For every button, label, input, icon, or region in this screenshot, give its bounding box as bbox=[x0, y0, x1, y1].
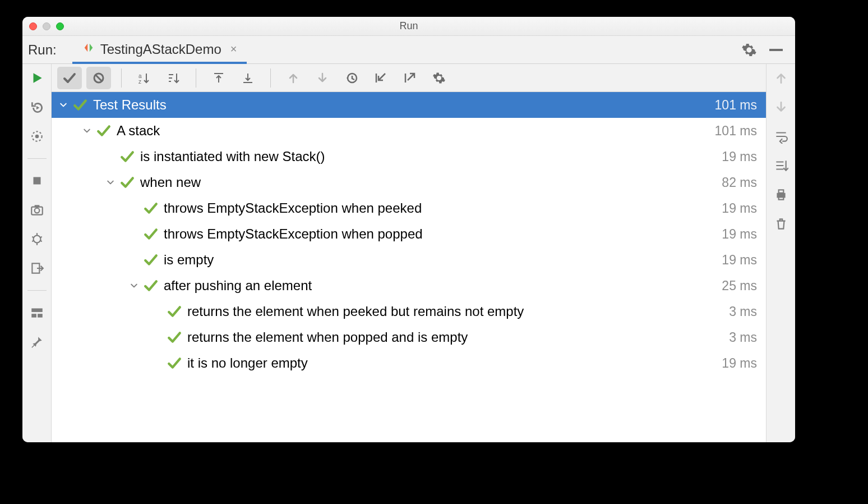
test-history-button[interactable] bbox=[339, 67, 364, 89]
rerun-failed-button[interactable] bbox=[29, 99, 45, 116]
collapse-all-button[interactable] bbox=[206, 67, 231, 89]
scroll-to-end-button[interactable] bbox=[773, 157, 789, 174]
tree-row[interactable]: returns the element when peeked but rema… bbox=[52, 299, 766, 324]
chevron-down-icon[interactable] bbox=[129, 281, 139, 291]
test-results-tree: Test Results 101 ms A stack 101 ms is in bbox=[52, 92, 766, 442]
tree-time: 3 ms bbox=[729, 330, 757, 345]
runconfig-icon bbox=[82, 42, 95, 57]
tree-label: is empty bbox=[164, 252, 722, 268]
chevron-down-icon[interactable] bbox=[82, 126, 92, 136]
tree-label: when new bbox=[140, 175, 722, 190]
tree-time: 19 ms bbox=[722, 227, 757, 242]
test-settings-button[interactable] bbox=[427, 67, 451, 89]
passed-icon bbox=[167, 304, 182, 319]
toolwindow-title: Run: bbox=[28, 42, 72, 58]
clear-all-button[interactable] bbox=[773, 216, 789, 232]
window-title: Run bbox=[22, 20, 795, 32]
right-action-gutter bbox=[766, 64, 795, 442]
next-failed-button[interactable] bbox=[310, 67, 335, 89]
stop-button[interactable] bbox=[29, 172, 45, 189]
export-results-button[interactable] bbox=[398, 67, 422, 89]
layout-button[interactable] bbox=[29, 304, 45, 321]
tree-time: 19 ms bbox=[722, 201, 757, 216]
sort-duration-button[interactable] bbox=[161, 67, 186, 89]
passed-icon bbox=[144, 201, 158, 216]
exit-button[interactable] bbox=[29, 260, 45, 277]
tree-label: it is no longer empty bbox=[187, 355, 722, 371]
tree-time: 19 ms bbox=[722, 356, 757, 371]
tree-label: after pushing an element bbox=[164, 278, 722, 294]
run-config-tab[interactable]: TestingAStackDemo × bbox=[72, 36, 247, 64]
chevron-down-icon[interactable] bbox=[105, 177, 116, 187]
chevron-down-icon[interactable] bbox=[58, 100, 68, 110]
left-action-gutter bbox=[22, 64, 52, 442]
passed-icon bbox=[144, 227, 158, 241]
tab-label: TestingAStackDemo bbox=[100, 42, 221, 57]
debug-button[interactable] bbox=[29, 231, 45, 248]
tree-time: 82 ms bbox=[722, 175, 757, 190]
passed-icon bbox=[96, 123, 111, 138]
print-button[interactable] bbox=[773, 186, 789, 203]
settings-button[interactable] bbox=[741, 42, 757, 58]
tree-row[interactable]: when new 82 ms bbox=[52, 169, 766, 195]
tree-row[interactable]: is empty 19 ms bbox=[52, 247, 766, 273]
tree-label: returns the element when peeked but rema… bbox=[187, 304, 729, 319]
dump-threads-button[interactable] bbox=[29, 201, 45, 218]
soft-wrap-button[interactable] bbox=[773, 128, 789, 145]
tree-label: Test Results bbox=[93, 97, 715, 113]
prev-occurrence-button[interactable] bbox=[773, 70, 789, 86]
tree-row-root[interactable]: Test Results 101 ms bbox=[52, 92, 766, 118]
passed-icon bbox=[167, 356, 182, 370]
run-tool-window: Run Run: TestingAStackDemo × bbox=[22, 17, 795, 442]
tree-time: 25 ms bbox=[722, 278, 757, 294]
passed-icon bbox=[144, 253, 158, 267]
pin-button[interactable] bbox=[29, 333, 45, 350]
rerun-button[interactable] bbox=[29, 70, 45, 86]
show-ignored-button[interactable] bbox=[86, 67, 111, 89]
test-toolbar bbox=[52, 64, 766, 92]
expand-all-button[interactable] bbox=[236, 67, 260, 89]
import-results-button[interactable] bbox=[368, 67, 393, 89]
tree-row[interactable]: it is no longer empty 19 ms bbox=[52, 350, 766, 376]
passed-icon bbox=[120, 149, 135, 164]
toggle-autotest-button[interactable] bbox=[29, 128, 45, 145]
tree-label: returns the element when popped and is e… bbox=[187, 329, 729, 345]
tree-label: is instantiated with new Stack() bbox=[140, 149, 722, 164]
toolwindow-header: Run: TestingAStackDemo × bbox=[22, 36, 795, 64]
passed-icon bbox=[120, 175, 135, 190]
titlebar: Run bbox=[22, 17, 795, 36]
passed-icon bbox=[144, 278, 158, 293]
next-occurrence-button[interactable] bbox=[773, 99, 789, 116]
close-tab-button[interactable]: × bbox=[230, 43, 237, 56]
passed-icon bbox=[73, 98, 87, 112]
tree-label: throws EmptyStackException when popped bbox=[164, 226, 722, 242]
tree-label: throws EmptyStackException when peeked bbox=[164, 200, 722, 216]
prev-failed-button[interactable] bbox=[281, 67, 306, 89]
sort-alpha-button[interactable] bbox=[132, 67, 156, 89]
tree-row[interactable]: throws EmptyStackException when popped 1… bbox=[52, 221, 766, 247]
passed-icon bbox=[167, 330, 182, 345]
tree-row[interactable]: returns the element when popped and is e… bbox=[52, 324, 766, 350]
show-passed-button[interactable] bbox=[57, 67, 82, 89]
tree-label: A stack bbox=[117, 123, 715, 139]
tree-row[interactable]: A stack 101 ms bbox=[52, 118, 766, 144]
tree-row[interactable]: is instantiated with new Stack() 19 ms bbox=[52, 144, 766, 169]
hide-toolwindow-button[interactable] bbox=[768, 42, 784, 58]
tree-time: 19 ms bbox=[722, 149, 757, 164]
tree-row[interactable]: throws EmptyStackException when peeked 1… bbox=[52, 195, 766, 221]
tree-time: 101 ms bbox=[715, 123, 757, 139]
tree-row[interactable]: after pushing an element 25 ms bbox=[52, 273, 766, 299]
tree-time: 3 ms bbox=[729, 304, 757, 319]
tree-time: 101 ms bbox=[715, 98, 757, 113]
tree-time: 19 ms bbox=[722, 253, 757, 268]
